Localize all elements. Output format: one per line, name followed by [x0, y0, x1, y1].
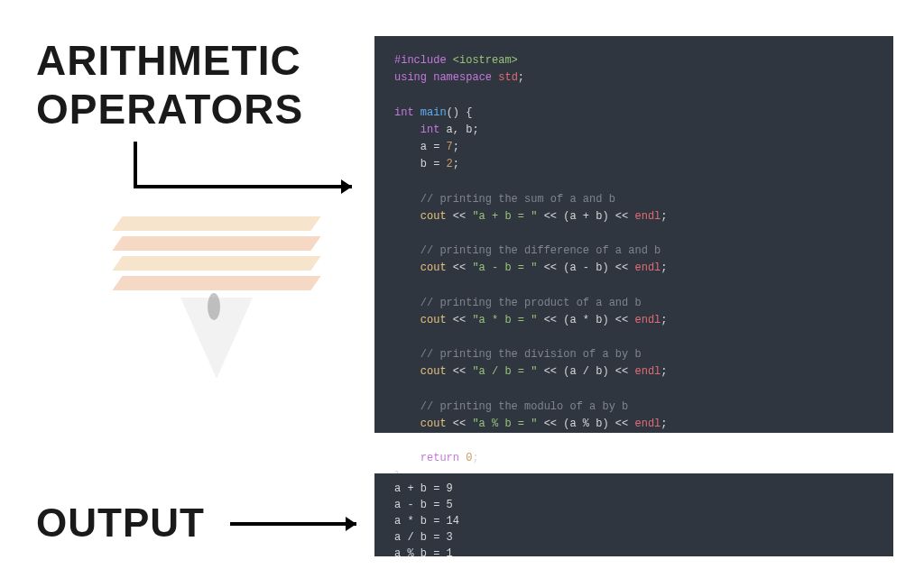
code-token: cout	[394, 365, 447, 378]
code-token: ;	[661, 262, 667, 274]
code-token: ;	[661, 418, 667, 430]
code-token: cout	[394, 418, 447, 430]
code-comment: // printing the product of a and b	[394, 297, 642, 309]
code-token: "a * b = "	[472, 314, 537, 326]
code-token: "a / b = "	[472, 365, 537, 378]
output-line: a * b = 14	[394, 515, 459, 528]
code-token: <<	[609, 210, 635, 223]
code-token: 2	[447, 158, 453, 170]
code-token: (a - b)	[563, 262, 608, 274]
output-line: a % b = 1	[394, 547, 453, 560]
code-token: "a - b = "	[472, 262, 537, 274]
code-comment: // printing the sum of a and b	[394, 193, 615, 206]
arrow-to-code-icon	[126, 142, 370, 214]
code-token: endl	[634, 314, 661, 326]
output-line: a / b = 3	[394, 531, 453, 544]
code-token: ;	[518, 71, 524, 84]
heading-output: OUTPUT	[36, 500, 205, 546]
code-comment: // printing the division of a by b	[394, 348, 642, 361]
code-token: (a / b)	[563, 365, 608, 378]
code-token: <<	[447, 210, 473, 223]
code-token: cout	[394, 314, 447, 326]
code-token: <<	[537, 210, 563, 223]
code-token: a, b;	[439, 124, 478, 136]
code-token: "a % b = "	[472, 418, 537, 430]
code-block: #include <iostream> using namespace std;…	[374, 36, 893, 433]
code-token: <<	[609, 262, 635, 274]
code-token: using	[394, 71, 427, 84]
output-block: a + b = 9 a - b = 5 a * b = 14 a / b = 3…	[374, 473, 893, 556]
code-token: "a + b = "	[472, 210, 537, 223]
code-token: <<	[609, 365, 635, 378]
code-token: <<	[447, 314, 473, 326]
code-token: <<	[537, 365, 563, 378]
heading-arithmetic-operators: ARITHMETIC OPERATORS	[36, 36, 303, 133]
code-token: ;	[453, 158, 459, 170]
code-token: <<	[537, 262, 563, 274]
code-token: main	[420, 106, 447, 119]
heading-line1: ARITHMETIC	[36, 37, 301, 84]
code-token: 0	[459, 452, 472, 464]
code-token: endl	[634, 262, 661, 274]
code-token: ;	[472, 452, 478, 464]
code-token: endl	[634, 365, 661, 378]
code-token: <<	[447, 418, 473, 430]
code-token: ;	[661, 314, 667, 326]
code-token: cout	[394, 262, 447, 274]
code-comment: // printing the modulo of a by b	[394, 400, 628, 413]
arrow-to-output-icon	[230, 510, 374, 537]
code-token: 7	[447, 141, 453, 153]
watermark-logo	[108, 189, 361, 424]
code-token: (a % b)	[563, 418, 608, 430]
code-token: std	[498, 71, 518, 84]
code-token: (a + b)	[563, 210, 608, 223]
code-token: <<	[447, 262, 473, 274]
code-token: namespace	[433, 71, 492, 84]
code-token: b =	[394, 158, 447, 170]
code-token: <<	[609, 418, 635, 430]
code-token: endl	[634, 418, 661, 430]
heading-line2: OPERATORS	[36, 85, 303, 133]
code-token: #include	[394, 54, 447, 67]
code-token: ;	[661, 365, 667, 378]
code-token: (a * b)	[563, 314, 608, 326]
code-token: <<	[609, 314, 635, 326]
output-line: a - b = 5	[394, 499, 453, 511]
code-token: () {	[447, 106, 473, 119]
code-token: <<	[447, 365, 473, 378]
code-token: int	[420, 124, 440, 136]
code-comment: // printing the difference of a and b	[394, 244, 661, 257]
code-token: endl	[634, 210, 661, 223]
code-token: <iostream>	[453, 54, 518, 67]
code-token: ;	[661, 210, 667, 223]
code-token: return	[394, 452, 459, 464]
code-token: <<	[537, 314, 563, 326]
code-token: cout	[394, 210, 447, 223]
output-line: a + b = 9	[394, 482, 453, 495]
code-token: <<	[537, 418, 563, 430]
code-token: a =	[394, 141, 447, 153]
code-token: ;	[453, 141, 459, 153]
code-token: int	[394, 106, 414, 119]
